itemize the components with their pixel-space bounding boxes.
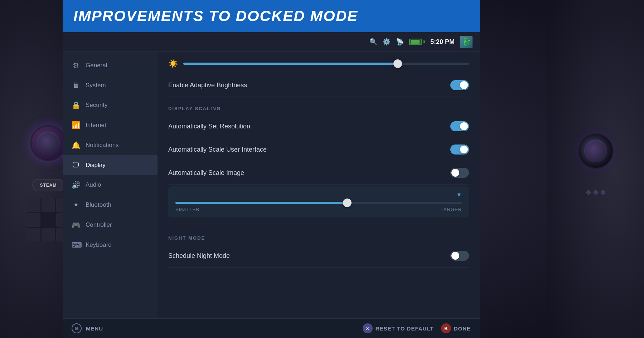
scale-slider-section: ▼ SMALLER LARGER (168, 186, 469, 217)
reset-label: RESET TO DEFAULT (376, 325, 434, 332)
sidebar-item-audio[interactable]: 🔊 Audio (63, 175, 158, 195)
sidebar-label-controller: Controller (86, 221, 112, 229)
adaptive-brightness-knob (460, 81, 468, 89)
auto-resolution-toggle[interactable] (450, 121, 469, 131)
sidebar-item-bluetooth[interactable]: ✦ Bluetooth (63, 195, 158, 215)
brightness-section: ☀️ (168, 52, 469, 74)
content-area: ⚙ General 🖥 System 🔒 Security 📶 Internet… (63, 52, 480, 318)
schedule-night-mode-toggle[interactable] (450, 251, 469, 261)
sidebar: ⚙ General 🖥 System 🔒 Security 📶 Internet… (63, 52, 158, 318)
auto-scale-ui-row: Automatically Scale User Interface (168, 138, 469, 161)
sidebar-item-system[interactable]: 🖥 System (63, 75, 158, 95)
dpad-up[interactable] (42, 199, 55, 212)
auto-scale-image-toggle[interactable] (450, 168, 469, 178)
dot-3 (601, 190, 605, 195)
x-button-label: X (366, 326, 369, 331)
brightness-thumb[interactable] (393, 59, 402, 68)
scale-slider-header: ▼ (175, 192, 462, 198)
auto-scale-image-label: Automatically Scale Image (168, 169, 244, 177)
reset-button[interactable]: X RESET TO DEFAULT (363, 323, 434, 333)
auto-scale-ui-knob (460, 146, 468, 153)
sidebar-label-security: Security (86, 102, 107, 109)
sidebar-item-general[interactable]: ⚙ General (63, 55, 158, 75)
sidebar-label-keyboard: Keyboard (86, 241, 112, 249)
menu-label: MENU (86, 325, 103, 332)
scale-slider[interactable] (175, 202, 462, 204)
sidebar-label-notifications: Notifications (86, 142, 119, 149)
bottom-right: X RESET TO DEFAULT B DONE (363, 323, 471, 333)
main-window: IMPROVEMENTS TO DOCKED MODE 🔍 ⚙️ 📡 5:20 … (63, 0, 480, 338)
auto-scale-image-knob (451, 169, 459, 177)
settings-icon[interactable]: ⚙️ (383, 38, 391, 46)
sidebar-item-display[interactable]: 🖵 Display (63, 155, 158, 175)
x-button-icon: X (363, 323, 373, 333)
time-display: 5:20 PM (430, 38, 455, 46)
controller-right (547, 0, 644, 338)
scale-slider-row (175, 202, 462, 204)
dpad-bottomleft (27, 228, 40, 241)
night-mode-section: NIGHT MODE Schedule Night Mode (168, 223, 469, 268)
three-dots (586, 190, 605, 195)
dpad-down[interactable] (42, 228, 55, 241)
bottom-left: ⊕ MENU (72, 323, 103, 333)
schedule-night-mode-row: Schedule Night Mode (168, 244, 469, 268)
keyboard-icon: ⌨ (72, 241, 80, 249)
auto-resolution-row: Automatically Set Resolution (168, 115, 469, 138)
banner: IMPROVEMENTS TO DOCKED MODE (63, 0, 480, 32)
sidebar-label-display: Display (86, 162, 106, 169)
brightness-row: ☀️ (168, 59, 469, 68)
display-scaling-title: DISPLAY SCALING (168, 106, 469, 111)
dpad-center (42, 213, 55, 227)
sidebar-item-notifications[interactable]: 🔔 Notifications (63, 135, 158, 155)
right-thumbstick (578, 133, 614, 169)
night-mode-title: NIGHT MODE (168, 235, 469, 241)
sidebar-label-general: General (86, 62, 107, 69)
sidebar-label-system: System (86, 82, 106, 89)
search-icon[interactable]: 🔍 (369, 38, 377, 46)
controller-icon: 🎮 (72, 221, 80, 229)
night-mode-header: NIGHT MODE (168, 226, 469, 244)
adaptive-brightness-row: Enable Adaptive Brightness (168, 74, 469, 97)
sun-icon: ☀️ (168, 59, 178, 68)
scale-slider-thumb[interactable] (343, 199, 352, 207)
dropdown-arrow-icon[interactable]: ▼ (456, 192, 462, 198)
auto-resolution-knob (460, 122, 468, 130)
smaller-label: SMALLER (175, 207, 200, 212)
sidebar-item-security[interactable]: 🔒 Security (63, 95, 158, 115)
battery-fill (411, 40, 420, 44)
banner-title: IMPROVEMENTS TO DOCKED MODE (73, 8, 358, 25)
sidebar-item-keyboard[interactable]: ⌨ Keyboard (63, 235, 158, 255)
bottom-bar: ⊕ MENU X RESET TO DEFAULT B DONE (63, 318, 480, 338)
settings-panel: ☀️ Enable Adaptive Brightness DISPLAY SC… (158, 52, 480, 318)
cast-icon[interactable]: 📡 (396, 38, 404, 46)
dpad-topleft (27, 199, 40, 212)
battery-indicator (409, 39, 425, 45)
done-button[interactable]: B DONE (441, 323, 471, 333)
display-scaling-header: DISPLAY SCALING (168, 97, 469, 115)
internet-icon: 📶 (72, 121, 80, 129)
auto-scale-ui-toggle[interactable] (450, 144, 469, 155)
battery-tip (423, 40, 425, 43)
schedule-night-mode-label: Schedule Night Mode (168, 252, 230, 260)
dot-1 (586, 190, 591, 195)
dot-2 (594, 190, 598, 195)
bluetooth-icon: ✦ (72, 201, 80, 209)
display-icon: 🖵 (72, 161, 80, 169)
larger-label: LARGER (441, 207, 462, 212)
security-icon: 🔒 (72, 101, 80, 109)
steam-button[interactable]: STEAM (32, 179, 64, 191)
b-button-icon: B (441, 323, 451, 333)
sidebar-item-internet[interactable]: 📶 Internet (63, 115, 158, 135)
user-avatar[interactable]: 🐉 (460, 36, 473, 48)
adaptive-brightness-toggle[interactable] (450, 80, 469, 90)
done-label: DONE (454, 325, 471, 332)
battery-body (409, 39, 422, 45)
dpad-left[interactable] (27, 213, 40, 227)
sidebar-label-bluetooth: Bluetooth (86, 201, 111, 209)
sidebar-label-audio: Audio (86, 181, 101, 188)
sidebar-item-controller[interactable]: 🎮 Controller (63, 215, 158, 235)
xbox-icon: ⊕ (72, 323, 82, 333)
auto-scale-image-row: Automatically Scale Image (168, 161, 469, 185)
brightness-slider[interactable] (183, 63, 469, 65)
auto-resolution-label: Automatically Set Resolution (168, 123, 250, 130)
